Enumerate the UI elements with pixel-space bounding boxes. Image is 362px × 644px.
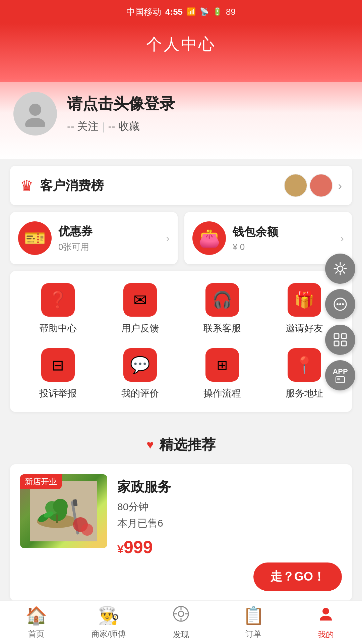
featured-header: ♥ 精选推荐	[10, 435, 352, 454]
service-button[interactable]: 🎧 联系客服	[189, 283, 256, 335]
process-label: 操作流程	[203, 387, 241, 400]
invite-label: 邀请好友	[286, 322, 323, 335]
feedback-button[interactable]: ✉ 用户反馈	[107, 283, 174, 335]
wifi-icon: 📡	[200, 7, 209, 16]
svg-point-21	[338, 266, 343, 271]
heart-icon: ♥	[146, 438, 154, 452]
review-button[interactable]: 💬 我的评价	[107, 348, 174, 400]
wallet-sub: ¥ 0	[233, 242, 337, 252]
svg-rect-7	[56, 515, 58, 523]
process-icon: ⊞	[205, 348, 239, 382]
product-duration: 80分钟	[117, 500, 342, 514]
profile-section: 请点击头像登录 -- 关注 | -- 收藏	[0, 82, 362, 159]
nav-orders[interactable]: 📋 订单	[217, 601, 290, 644]
nav-merchant[interactable]: 👨‍🍳 商家/师傅	[72, 601, 145, 644]
go-button[interactable]: 走？GO！	[253, 562, 342, 591]
product-price: ¥999	[117, 537, 342, 557]
settings-float-button[interactable]	[325, 254, 355, 284]
feedback-label: 用户反馈	[121, 322, 159, 335]
nav-discover[interactable]: 发现	[145, 601, 217, 644]
nav-mine[interactable]: 我的	[290, 601, 362, 644]
page-title: 个人中心	[0, 34, 362, 55]
svg-point-24	[339, 303, 341, 305]
complain-icon: ⊟	[41, 348, 75, 382]
nav-home[interactable]: 🏠 首页	[0, 601, 72, 644]
complain-button[interactable]: ⊟ 投诉举报	[24, 348, 92, 400]
svg-rect-30	[336, 377, 345, 383]
process-button[interactable]: ⊞ 操作流程	[189, 348, 256, 400]
svg-rect-26	[334, 334, 339, 338]
app-label: APP	[333, 367, 348, 376]
crown-icon: ♛	[20, 177, 33, 194]
review-icon: 💬	[123, 348, 157, 382]
product-details: 家政服务 80分钟 本月已售6 ¥999 走？GO！	[117, 474, 342, 591]
discover-label: 发现	[173, 629, 189, 640]
profile-row: 请点击头像登录 -- 关注 | -- 收藏	[13, 82, 349, 146]
merchant-icon: 👨‍🍳	[98, 605, 120, 626]
svg-point-13	[81, 524, 93, 536]
left-divider	[10, 445, 141, 445]
invite-icon: 🎁	[288, 283, 321, 317]
cards-row: 🎫 优惠券 0张可用 › 👛 钱包余额 ¥ 0 ›	[10, 212, 352, 264]
feedback-icon: ✉	[123, 283, 157, 317]
discover-icon	[172, 605, 190, 627]
orders-icon: 📋	[243, 605, 264, 626]
address-label: 服务地址	[286, 387, 323, 400]
home-label: 首页	[28, 629, 44, 639]
svg-point-25	[342, 303, 344, 305]
ranking-bar[interactable]: ♛ 客户消费榜 ›	[10, 166, 352, 205]
signal-icon: 📶	[187, 7, 196, 16]
featured-title: 精选推荐	[159, 435, 216, 454]
coupon-icon: 🎫	[18, 221, 52, 255]
status-bar: 中国移动 4:55 📶 📡 🔋 89	[0, 0, 362, 23]
coupon-card[interactable]: 🎫 优惠券 0张可用 ›	[10, 212, 178, 264]
ranking-arrow: ›	[338, 179, 342, 192]
help-center-button[interactable]: ❓ 帮助中心	[24, 283, 92, 335]
product-badge: 新店开业	[20, 474, 62, 489]
featured-section: ♥ 精选推荐 新店开业	[0, 419, 362, 608]
svg-point-6	[53, 499, 68, 514]
wallet-title: 钱包余额	[233, 224, 337, 240]
profile-info: 请点击头像登录 -- 关注 | -- 收藏	[67, 94, 349, 134]
price-symbol: ¥	[117, 543, 124, 555]
battery-level: 89	[226, 7, 236, 17]
scan-float-button[interactable]	[325, 325, 355, 355]
svg-point-20	[322, 608, 329, 614]
merchant-label: 商家/师傅	[92, 629, 126, 639]
product-card: 新店开业	[10, 464, 352, 601]
ranking-avatar-1	[284, 174, 307, 197]
help-icon: ❓	[41, 283, 75, 317]
stat-divider: |	[102, 120, 105, 133]
avatar[interactable]	[13, 92, 57, 136]
complain-label: 投诉举报	[39, 387, 77, 400]
svg-rect-27	[342, 334, 346, 338]
help-label: 帮助中心	[39, 322, 77, 335]
service-icon: 🎧	[205, 283, 239, 317]
icon-grid: ❓ 帮助中心 ✉ 用户反馈 🎧 联系客服 🎁 邀请好友 ⊟ 投诉举报 💬 我的评…	[10, 271, 352, 412]
review-label: 我的评价	[121, 387, 159, 400]
collect-count: -- 收藏	[108, 119, 140, 134]
svg-rect-31	[337, 378, 340, 380]
home-icon: 🏠	[25, 605, 47, 626]
ranking-title: 客户消费榜	[40, 177, 284, 194]
bottom-nav: 🏠 首页 👨‍🍳 商家/师傅 发现 📋 订单 我	[0, 600, 362, 644]
app-float-button[interactable]: APP	[325, 360, 355, 390]
float-buttons: APP	[325, 254, 355, 390]
carrier-time: 中国移动 4:55 📶 📡 🔋 89	[126, 6, 236, 18]
product-bottom: 走？GO！	[117, 562, 342, 591]
carrier: 中国移动	[126, 6, 161, 18]
ranking-avatar-2	[309, 174, 333, 197]
service-label: 联系客服	[203, 322, 241, 335]
wallet-arrow: ›	[340, 232, 344, 245]
profile-stats: -- 关注 | -- 收藏	[67, 119, 349, 134]
login-prompt[interactable]: 请点击头像登录	[67, 94, 349, 114]
svg-point-1	[25, 118, 45, 127]
chat-float-button[interactable]	[325, 289, 355, 319]
address-icon: 📍	[288, 348, 321, 382]
coupon-title: 优惠券	[58, 224, 163, 239]
product-image-wrap: 新店开业	[20, 474, 107, 548]
mine-icon	[317, 605, 335, 627]
coupon-text: 优惠券 0张可用	[58, 224, 163, 253]
coupon-arrow: ›	[166, 232, 170, 245]
icon-row-1: ❓ 帮助中心 ✉ 用户反馈 🎧 联系客服 🎁 邀请好友	[17, 283, 345, 335]
